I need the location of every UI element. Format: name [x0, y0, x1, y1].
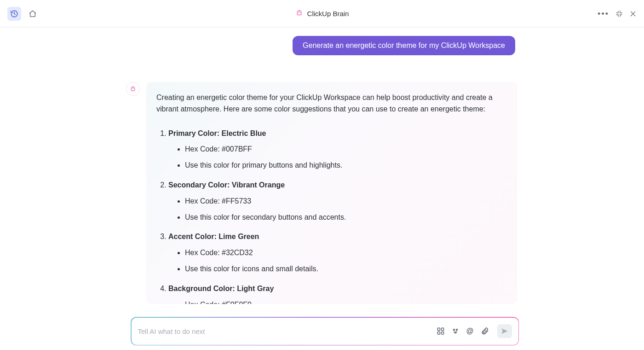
list-item: Primary Color: Electric Blue Hex Code: #…: [168, 128, 507, 171]
svg-rect-5: [441, 332, 443, 334]
sublist: Hex Code: #FF5733 Use this color for sec…: [168, 196, 507, 223]
ai-message-row: Creating an energetic color theme for yo…: [0, 82, 644, 304]
paperclip-icon: [481, 327, 489, 335]
composer-inner: @: [132, 318, 518, 345]
sublist: Hex Code: #32CD32 Use this color for ico…: [168, 247, 507, 275]
apps-icon: [437, 327, 445, 335]
user-message-row: Generate an energetic color theme for my…: [0, 36, 644, 55]
color-list: Primary Color: Electric Blue Hex Code: #…: [156, 128, 507, 304]
apps-button[interactable]: [437, 327, 445, 335]
close-icon: [629, 10, 637, 18]
home-icon: [29, 10, 37, 18]
brain-icon: [295, 9, 304, 19]
ai-intro-text: Creating an energetic color theme for yo…: [156, 92, 507, 115]
actions-button[interactable]: [451, 327, 460, 335]
ai-avatar: [126, 82, 140, 96]
ai-message-bubble: Creating an energetic color theme for yo…: [146, 82, 517, 304]
color-title: Primary Color: Electric Blue: [168, 129, 266, 137]
send-icon: [501, 327, 508, 335]
sub-item: Use this color for primary buttons and h…: [185, 160, 507, 171]
sublist: Hex Code: #F0F0F0: [168, 299, 507, 304]
chat-area: Generate an energetic color theme for my…: [0, 28, 644, 350]
user-message-bubble: Generate an energetic color theme for my…: [293, 36, 515, 55]
sub-item: Hex Code: #32CD32: [185, 247, 507, 259]
sub-item: Hex Code: #F0F0F0: [185, 299, 507, 304]
close-button[interactable]: [629, 10, 637, 18]
page-title: ClickUp Brain: [307, 10, 349, 18]
attach-button[interactable]: [481, 327, 489, 335]
sub-item: Use this color for secondary buttons and…: [185, 212, 507, 223]
svg-rect-3: [441, 328, 443, 330]
sub-item: Use this color for icons and small detai…: [185, 263, 507, 275]
color-title: Accent Color: Lime Green: [168, 233, 259, 240]
sub-item: Hex Code: #007BFF: [185, 144, 507, 155]
mention-button[interactable]: @: [466, 327, 474, 335]
sub-item: Hex Code: #FF5733: [185, 196, 507, 207]
collapse-icon: [615, 10, 623, 18]
history-icon: [10, 10, 18, 18]
color-title: Secondary Color: Vibrant Orange: [168, 181, 285, 189]
home-button[interactable]: [26, 7, 40, 21]
history-button[interactable]: [7, 7, 21, 21]
composer-actions: @: [437, 324, 512, 338]
svg-rect-4: [437, 332, 440, 334]
color-title: Background Color: Light Gray: [168, 285, 274, 292]
svg-rect-2: [437, 328, 440, 330]
top-right-controls: •••: [598, 10, 637, 18]
brain-icon: [129, 85, 137, 93]
top-left-controls: [7, 7, 40, 21]
messages: Generate an energetic color theme for my…: [0, 28, 644, 304]
top-bar: ClickUp Brain •••: [0, 0, 644, 28]
header-center: ClickUp Brain: [295, 9, 349, 19]
send-button[interactable]: [497, 324, 512, 338]
sublist: Hex Code: #007BFF Use this color for pri…: [168, 144, 507, 171]
list-item: Accent Color: Lime Green Hex Code: #32CD…: [168, 231, 507, 274]
sparkle-icon: [451, 327, 460, 335]
list-item: Background Color: Light Gray Hex Code: #…: [168, 283, 507, 304]
collapse-button[interactable]: [615, 10, 623, 18]
list-item: Secondary Color: Vibrant Orange Hex Code…: [168, 180, 507, 223]
composer-input[interactable]: [138, 327, 437, 335]
composer: @: [131, 317, 519, 345]
more-button[interactable]: •••: [598, 10, 609, 18]
